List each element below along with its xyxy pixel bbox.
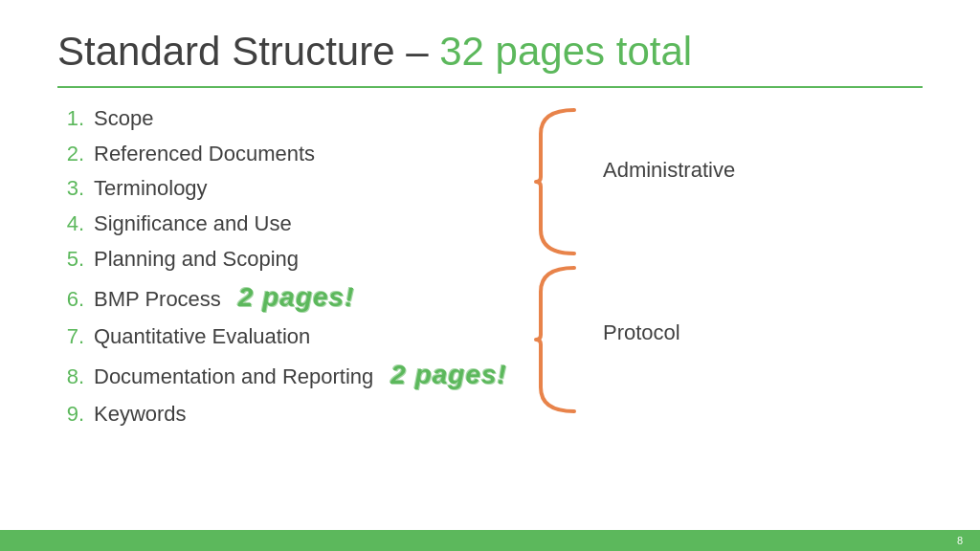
list-item: Documentation and Reporting 2 pages! bbox=[57, 358, 517, 392]
item-text: Documentation and Reporting bbox=[94, 364, 373, 391]
item-text: Quantitative Evaluation bbox=[94, 323, 310, 351]
bmp-pages-badge: 2 pages! bbox=[238, 280, 355, 315]
doc-pages-badge: 2 pages! bbox=[390, 358, 507, 392]
list-item: Significance and Use bbox=[57, 210, 517, 238]
admin-label: Administrative bbox=[603, 158, 735, 183]
list-section: Scope Referenced Documents Terminology S… bbox=[57, 105, 517, 435]
list-item: Planning and Scoping bbox=[57, 246, 517, 274]
slide-title: Standard Structure – 32 pages total bbox=[57, 29, 923, 75]
slide: Standard Structure – 32 pages total Scop… bbox=[0, 0, 980, 551]
protocol-bracket-svg bbox=[526, 263, 593, 416]
structure-list: Scope Referenced Documents Terminology S… bbox=[57, 105, 517, 428]
content-area: Scope Referenced Documents Terminology S… bbox=[57, 105, 923, 488]
bottom-bar: 8 bbox=[0, 530, 980, 551]
item-text: Terminology bbox=[94, 175, 208, 203]
title-highlight: 32 pages total bbox=[439, 29, 692, 74]
item-text: Keywords bbox=[94, 401, 187, 429]
slide-number: 8 bbox=[957, 535, 963, 546]
item-text: Referenced Documents bbox=[94, 141, 315, 168]
admin-bracket-svg bbox=[526, 105, 593, 258]
title-text-static: Standard Structure – bbox=[57, 29, 439, 74]
list-item: Quantitative Evaluation bbox=[57, 323, 517, 351]
list-item: Scope bbox=[57, 105, 517, 133]
list-item: BMP Process 2 pages! bbox=[57, 280, 517, 315]
list-item: Terminology bbox=[57, 175, 517, 203]
annotation-area: Administrative Protocol bbox=[517, 105, 923, 488]
item-text: Scope bbox=[94, 105, 153, 133]
title-divider bbox=[57, 86, 923, 88]
item-text: Planning and Scoping bbox=[94, 246, 299, 274]
protocol-label: Protocol bbox=[603, 320, 680, 345]
item-text: Significance and Use bbox=[94, 210, 292, 238]
list-item: Keywords bbox=[57, 401, 517, 429]
item-text: BMP Process bbox=[94, 286, 221, 314]
list-item: Referenced Documents bbox=[57, 141, 517, 168]
